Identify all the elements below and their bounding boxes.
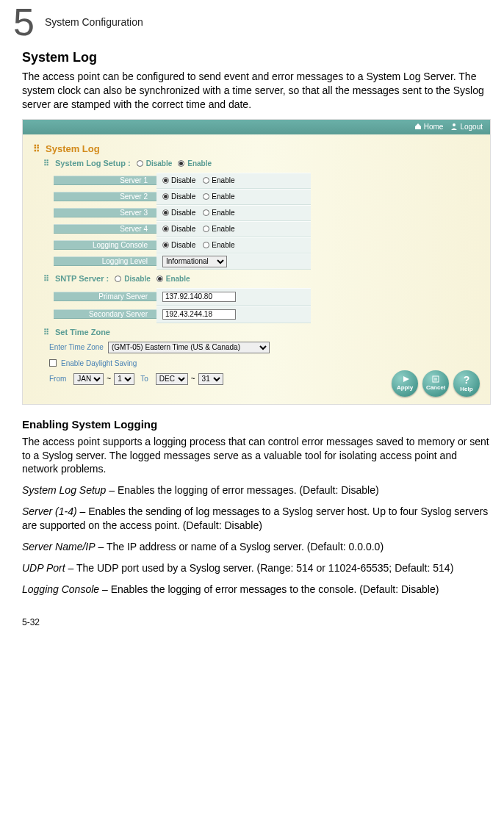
disable-label: Disable <box>171 209 195 217</box>
logging-console-disable[interactable]: Disable <box>162 241 195 249</box>
syslog-setup-label: System Log Setup : <box>55 159 131 168</box>
sep: ~ <box>107 375 111 383</box>
to-label: To <box>140 375 148 383</box>
server1-label: Server 1 <box>54 176 156 185</box>
server4-disable[interactable]: Disable <box>162 225 195 233</box>
to-month-select[interactable]: DEC <box>156 373 188 385</box>
cancel-button[interactable]: Cancel <box>422 370 449 397</box>
primary-server-input[interactable] <box>162 292 236 302</box>
sep: ~ <box>191 375 195 383</box>
svg-rect-1 <box>433 376 439 382</box>
server1-disable[interactable]: Disable <box>162 176 195 184</box>
dst-checkbox[interactable] <box>49 359 57 367</box>
server4-enable[interactable]: Enable <box>203 225 234 233</box>
sntp-disable[interactable]: Disable <box>115 275 151 283</box>
sntp-enable[interactable]: Enable <box>156 275 190 283</box>
sntp-setup-label: SNTP Server : <box>55 274 109 283</box>
grid-icon: ⠿ <box>33 143 41 154</box>
from-label: From <box>49 375 66 383</box>
def-val: – Enables the logging of error messages … <box>99 583 439 595</box>
logging-level-select[interactable]: Informational <box>162 256 227 267</box>
logout-link[interactable]: Logout <box>450 123 483 132</box>
chapter-number-box: 5 <box>13 0 35 44</box>
logging-console-enable[interactable]: Enable <box>203 241 234 249</box>
help-icon: ? <box>464 374 470 386</box>
def-logging-console: Logging Console – Enables the logging of… <box>22 583 491 597</box>
server2-enable[interactable]: Enable <box>203 192 234 201</box>
primary-server-label: Primary Server <box>54 292 156 301</box>
time-zone-select[interactable]: (GMT-05) Eastern Time (US & Canada) <box>108 342 270 353</box>
apply-label: Apply <box>397 384 413 391</box>
disable-label: Disable <box>124 275 151 283</box>
server4-label: Server 4 <box>54 224 156 234</box>
def-key: System Log Setup <box>22 484 106 496</box>
disable-label: Disable <box>171 176 195 184</box>
disable-label: Disable <box>146 159 173 168</box>
logging-level-label: Logging Level <box>54 256 156 266</box>
def-udp-port: UDP Port – The UDP port used by a Syslog… <box>22 561 491 575</box>
def-val: – The IP address or name of a Syslog ser… <box>96 541 384 552</box>
apply-icon <box>400 375 410 384</box>
para-enable-logging: The access point supports a logging proc… <box>22 435 491 477</box>
logging-console-label: Logging Console <box>54 240 156 250</box>
def-key: Server (1-4) <box>22 505 77 517</box>
enter-time-zone-label: Enter Time Zone <box>49 343 104 351</box>
heading-enable-logging: Enabling System Logging <box>22 418 491 431</box>
server3-enable[interactable]: Enable <box>203 209 234 217</box>
def-val: – The UDP port used by a Syslog server. … <box>65 562 454 574</box>
def-key: Logging Console <box>22 583 99 595</box>
secondary-server-label: Secondary Server <box>54 309 156 319</box>
page-number: 5-32 <box>13 617 491 627</box>
server3-disable[interactable]: Disable <box>162 209 195 217</box>
def-key: Server Name/IP <box>22 541 96 552</box>
cancel-label: Cancel <box>426 384 445 391</box>
person-icon <box>450 123 458 132</box>
set-time-zone-title: Set Time Zone <box>55 328 110 336</box>
server2-label: Server 2 <box>54 192 156 201</box>
home-icon <box>414 123 422 132</box>
server3-label: Server 3 <box>54 208 156 217</box>
secondary-server-input[interactable] <box>162 309 236 320</box>
to-day-select[interactable]: 31 <box>198 373 223 385</box>
enable-label: Enable <box>212 241 234 249</box>
grid-icon: ⠿ <box>43 274 49 284</box>
enable-label: Enable <box>212 192 234 201</box>
help-label: Help <box>460 386 472 392</box>
cancel-icon <box>431 375 440 384</box>
disable-label: Disable <box>171 241 195 249</box>
from-month-select[interactable]: JAN <box>73 373 104 385</box>
enable-label: Enable <box>166 275 190 283</box>
def-key: UDP Port <box>22 562 65 574</box>
disable-label: Disable <box>171 225 195 233</box>
home-label: Home <box>424 123 444 131</box>
syslog-setup-disable[interactable]: Disable <box>137 159 173 168</box>
def-server-name: Server Name/IP – The IP address or name … <box>22 540 491 554</box>
help-button[interactable]: ? Help <box>453 370 480 397</box>
home-link[interactable]: Home <box>414 123 444 132</box>
enable-label: Enable <box>212 209 234 217</box>
server1-enable[interactable]: Enable <box>203 176 234 184</box>
apply-button[interactable]: Apply <box>392 370 418 397</box>
intro-paragraph: The access point can be configured to se… <box>22 70 491 112</box>
heading-system-log: System Log <box>22 50 491 65</box>
logout-label: Logout <box>460 123 483 131</box>
server2-disable[interactable]: Disable <box>162 192 195 201</box>
enable-label: Enable <box>212 225 234 233</box>
def-val: – Enables the sending of log messages to… <box>22 505 488 531</box>
dst-label: Enable Daylight Saving <box>61 359 137 367</box>
enable-label: Enable <box>212 176 234 184</box>
grid-icon: ⠿ <box>43 328 49 337</box>
enable-label: Enable <box>187 159 212 168</box>
from-day-select[interactable]: 1 <box>114 373 134 385</box>
svg-point-0 <box>453 123 456 126</box>
section-system-log-title: System Log <box>46 143 100 154</box>
def-syslog-setup: System Log Setup – Enables the logging o… <box>22 483 491 497</box>
disable-label: Disable <box>171 192 195 201</box>
syslog-setup-enable[interactable]: Enable <box>178 159 212 168</box>
grid-icon: ⠿ <box>43 159 49 168</box>
def-val: – Enables the logging of error messages.… <box>106 484 378 496</box>
chapter-title: System Configuration <box>45 16 143 28</box>
embedded-screenshot: Home Logout ⠿System Log ⠿ System Log Set… <box>22 119 491 405</box>
def-server: Server (1-4) – Enables the sending of lo… <box>22 505 491 533</box>
